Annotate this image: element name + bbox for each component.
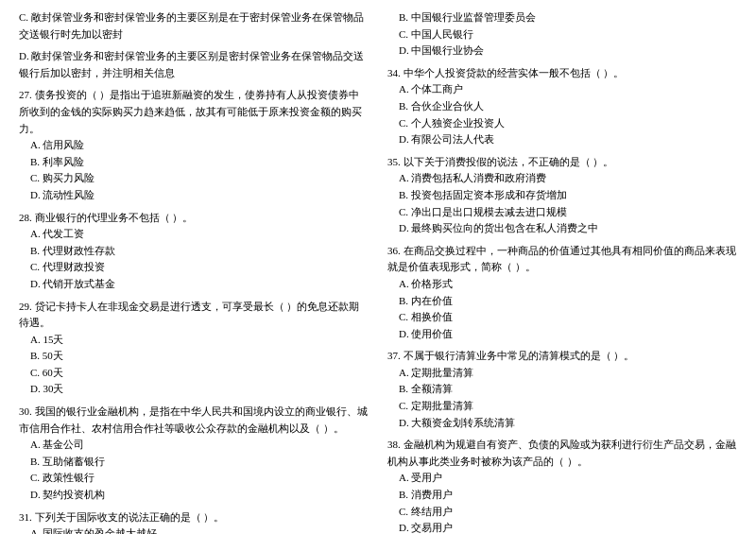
question-34-options: A. 个体工商户 B. 合伙企业合伙人 C. 个人独资企业投资人 D. 有限公司… [399,81,737,147]
question-33-options-right: B. 中国银行业监督管理委员会 C. 中国人民银行 D. 中国银行业协会 [399,9,737,60]
question-33-cont: B. 中国银行业监督管理委员会 C. 中国人民银行 D. 中国银行业协会 [387,9,737,60]
page-container: C. 敞封保管业务和密封保管业务的主要区别是在于密封保管业务在保管物品交送银行时… [19,9,737,534]
question-29-options: A. 15天 B. 50天 C. 60天 D. 30天 [30,332,369,398]
question-c-note: C. 敞封保管业务和密封保管业务的主要区别是在于密封保管业务在保管物品交送银行时… [19,9,369,43]
question-d-note: D. 敞封保管业务和密封保管业务的主要区别是密封保管业务在保管物品交送银行后加以… [19,48,369,81]
question-35: 35. 以下关于消费投假的说法，不正确的是（ ）。 A. 消费包括私人消费和政府… [387,154,737,237]
question-28: 28. 商业银行的代理业务不包括（ ）。 A. 代发工资 B. 代理财政性存款 … [19,210,369,293]
question-37: 37. 不属于银行清算业务中常见的清算模式的是（ ）。 A. 定期批量清算 B.… [387,348,737,431]
question-36: 36. 在商品交换过程中，一种商品的价值通过其他具有相同价值的商品来表现就是价值… [387,243,737,343]
question-31-options: A. 国际收支的盈金越大越好 B. 国际收支是一国居民在一定时期内与非本国居民的… [30,525,369,534]
question-28-options: A. 代发工资 B. 代理财政性存款 C. 代理财政投资 D. 代销开放式基金 [30,226,369,292]
question-27: 27. 债务投资的（ ）是指出于追班新融资的发生，使券持有人从投资债券中所收到的… [19,87,369,203]
question-29: 29. 贷记卡持卡人在非现金交易是进行透支，可享受最长（ ）的免息还款期待遇。 … [19,299,369,399]
question-36-options: A. 价格形式 B. 内在价值 C. 相换价值 D. 使用价值 [399,276,737,342]
question-31: 31. 下列关于国际收支的说法正确的是（ ）。 A. 国际收支的盈金越大越好 B… [19,509,369,534]
two-column-layout: C. 敞封保管业务和密封保管业务的主要区别是在于密封保管业务在保管物品交送银行时… [19,9,737,534]
question-35-options: A. 消费包括私人消费和政府消费 B. 投资包括固定资本形成和存货增加 C. 净… [399,170,737,236]
question-38-options: A. 受用户 B. 消费用户 C. 终结用户 D. 交易用户 [399,470,737,534]
right-column: B. 中国银行业监督管理委员会 C. 中国人民银行 D. 中国银行业协会 34.… [387,9,737,534]
left-column: C. 敞封保管业务和密封保管业务的主要区别是在于密封保管业务在保管物品交送银行时… [19,9,369,534]
question-37-options: A. 定期批量清算 B. 全额清算 C. 定期批量清算 D. 大额资金划转系统清… [399,365,737,431]
question-34: 34. 中华个人投资贷款的经营实体一般不包括（ ）。 A. 个体工商户 B. 合… [387,65,737,148]
question-30: 30. 我国的银行业金融机构，是指在中华人民共和国境内设立的商业银行、城市信用合… [19,404,369,504]
question-30-options: A. 基金公司 B. 互助储蓄银行 C. 政策性银行 D. 契约投资机构 [30,437,369,503]
question-38: 38. 金融机构为规避自有资产、负债的风险或为获利进行衍生产品交易，金融机构从事… [387,437,737,534]
question-27-options: A. 信用风险 B. 利率风险 C. 购买力风险 D. 流动性风险 [30,137,369,203]
